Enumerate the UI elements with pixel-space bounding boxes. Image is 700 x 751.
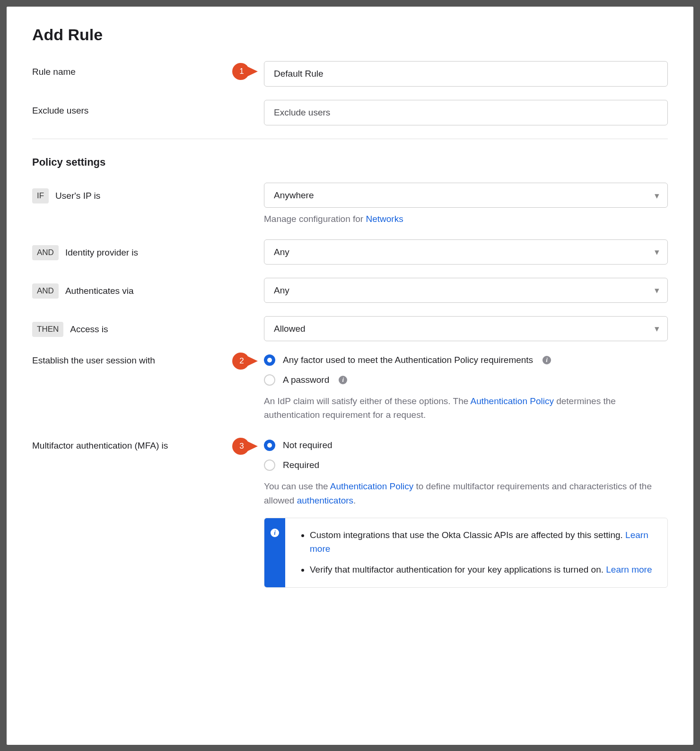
row-auth-via: AND Authenticates via Any ▾ <box>32 278 668 303</box>
callout-marker-3: 3 <box>232 438 259 455</box>
radio-mfa-required[interactable]: Required <box>264 459 668 471</box>
radio-icon <box>264 374 275 386</box>
policy-settings-heading: Policy settings <box>32 156 668 168</box>
session-factor-note: An IdP claim will satisfy either of thes… <box>264 394 668 422</box>
divider <box>32 139 668 139</box>
then-chip: THEN <box>32 322 63 337</box>
callout-marker-1: 1 <box>232 63 259 80</box>
radio-password[interactable]: A password i <box>264 374 668 386</box>
auth-via-label: Authenticates via <box>65 286 134 296</box>
rule-name-label: Rule name <box>32 67 76 77</box>
row-idp: AND Identity provider is Any ▾ <box>32 239 668 265</box>
radio-icon <box>264 459 275 471</box>
row-mfa: Multifactor authentication (MFA) is 3 No… <box>32 440 668 587</box>
and-chip: AND <box>32 283 59 299</box>
if-chip: IF <box>32 188 49 203</box>
add-rule-modal: Add Rule Rule name 1 Exclude users Polic… <box>7 7 693 745</box>
networks-link[interactable]: Networks <box>366 214 403 224</box>
notice-accent-bar: i <box>264 518 285 587</box>
and-chip: AND <box>32 245 59 260</box>
row-user-ip: IF User's IP is Anywhere ▾ Manage config… <box>32 183 668 226</box>
auth-via-select[interactable]: Any <box>264 278 668 303</box>
user-ip-label: User's IP is <box>55 191 100 201</box>
user-ip-select[interactable]: Anywhere <box>264 183 668 208</box>
exclude-users-label: Exclude users <box>32 106 88 116</box>
row-session-factor: Establish the user session with 2 Any fa… <box>32 354 668 427</box>
session-factor-label: Establish the user session with <box>32 355 155 366</box>
rule-name-input[interactable] <box>264 61 668 87</box>
access-select[interactable]: Allowed <box>264 316 668 341</box>
idp-label: Identity provider is <box>65 247 138 258</box>
exclude-users-input[interactable] <box>264 100 668 125</box>
auth-policy-link[interactable]: Authentication Policy <box>471 396 554 406</box>
user-ip-helper: Manage configuration for Networks <box>264 212 668 226</box>
info-icon[interactable]: i <box>542 356 551 364</box>
radio-any-factor[interactable]: Any factor used to meet the Authenticati… <box>264 354 668 366</box>
access-label: Access is <box>70 324 108 335</box>
notice-item: Verify that multifactor authentication f… <box>310 563 654 577</box>
idp-select[interactable]: Any <box>264 239 668 265</box>
auth-policy-link[interactable]: Authentication Policy <box>330 481 413 491</box>
modal-title: Add Rule <box>32 26 668 44</box>
row-exclude-users: Exclude users <box>32 100 668 125</box>
info-icon[interactable]: i <box>339 376 347 384</box>
info-icon: i <box>271 529 279 537</box>
notice-item: Custom integrations that use the Okta Cl… <box>310 529 654 556</box>
mfa-info-notice: i Custom integrations that use the Okta … <box>264 518 668 588</box>
row-access: THEN Access is Allowed ▾ <box>32 316 668 341</box>
row-rule-name: Rule name 1 <box>32 61 668 87</box>
mfa-label: Multifactor authentication (MFA) is <box>32 441 168 451</box>
learn-more-link[interactable]: Learn more <box>606 565 652 574</box>
mfa-note: You can use the Authentication Policy to… <box>264 479 668 507</box>
radio-icon <box>264 354 275 366</box>
radio-mfa-not-required[interactable]: Not required <box>264 440 668 451</box>
callout-marker-2: 2 <box>232 353 259 370</box>
authenticators-link[interactable]: authenticators <box>297 495 353 505</box>
radio-icon <box>264 440 275 451</box>
